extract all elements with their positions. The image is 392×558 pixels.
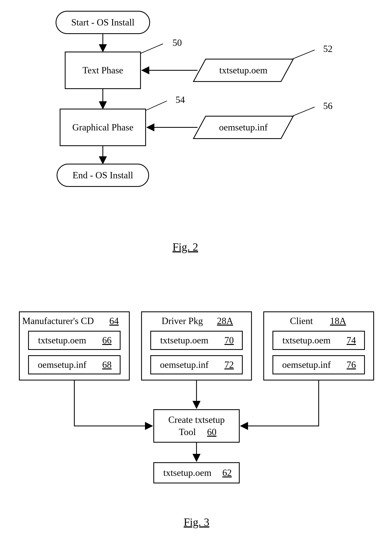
start-label: Start - OS Install — [71, 17, 134, 27]
tool-line1: Create txtsetup — [168, 415, 225, 425]
txtsetup-input-label: txtsetup.oem — [219, 65, 268, 75]
svg-text:Driver Pkg: Driver Pkg — [162, 316, 203, 326]
svg-text:66: 66 — [102, 335, 111, 345]
svg-text:70: 70 — [224, 335, 234, 345]
ref-54: 54 — [176, 95, 185, 105]
leader-52 — [291, 50, 315, 60]
svg-text:txtsetup.oem: txtsetup.oem — [38, 335, 86, 345]
tool-line2: Tool — [179, 427, 196, 437]
mfg-cd-box: Manufacturer's CD 64 txtsetup.oem 66 oem… — [19, 312, 129, 380]
svg-text:Client: Client — [290, 316, 313, 326]
end-label: End - OS Install — [72, 170, 133, 180]
svg-text:oemsetup.inf: oemsetup.inf — [282, 359, 331, 370]
ref-52: 52 — [323, 44, 332, 54]
svg-text:18A: 18A — [330, 316, 346, 326]
oemsetup-input-label: oemsetup.inf — [219, 122, 268, 132]
text-phase-label: Text Phase — [83, 65, 123, 75]
svg-text:72: 72 — [224, 359, 234, 370]
output-label: txtsetup.oem — [163, 468, 212, 478]
leader-56 — [291, 107, 315, 117]
svg-text:68: 68 — [102, 359, 111, 370]
svg-text:76: 76 — [347, 359, 356, 370]
ref-56: 56 — [323, 101, 332, 111]
arrow-box1-to-tool — [74, 380, 152, 426]
arrow-box3-to-tool — [241, 380, 319, 426]
leader-54 — [145, 101, 167, 111]
fig3-caption: Fig. 3 — [184, 516, 209, 528]
svg-text:txtsetup.oem: txtsetup.oem — [160, 335, 209, 345]
svg-text:Manufacturer's CD: Manufacturer's CD — [22, 316, 94, 326]
driver-pkg-box: Driver Pkg 28A txtsetup.oem 70 oemsetup.… — [142, 312, 251, 380]
fig2-caption: Fig. 2 — [172, 241, 198, 253]
leader-50 — [141, 44, 163, 53]
client-box: Client 18A txtsetup.oem 74 oemsetup.inf … — [264, 312, 374, 380]
svg-text:64: 64 — [109, 316, 119, 326]
ref-50: 50 — [172, 37, 182, 48]
graphical-phase-label: Graphical Phase — [72, 122, 133, 132]
svg-text:txtsetup.oem: txtsetup.oem — [282, 335, 331, 345]
svg-text:28A: 28A — [217, 316, 233, 326]
svg-text:74: 74 — [347, 335, 356, 345]
svg-text:oemsetup.inf: oemsetup.inf — [38, 359, 87, 370]
diagram-canvas: Start - OS Install Text Phase 50 txtsetu… — [0, 0, 392, 558]
tool-ref: 60 — [207, 427, 216, 437]
output-ref: 62 — [222, 468, 232, 478]
svg-text:oemsetup.inf: oemsetup.inf — [160, 359, 209, 370]
